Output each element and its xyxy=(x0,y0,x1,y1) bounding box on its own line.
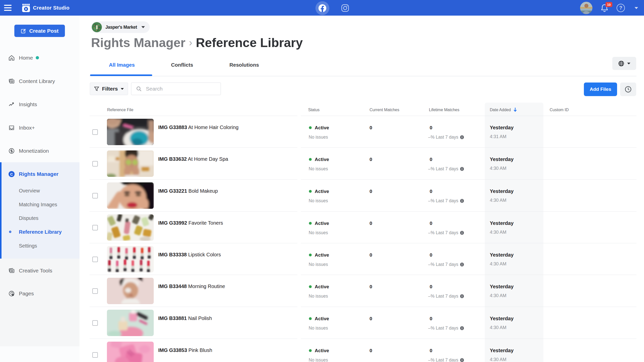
svg-text:C: C xyxy=(10,172,13,176)
